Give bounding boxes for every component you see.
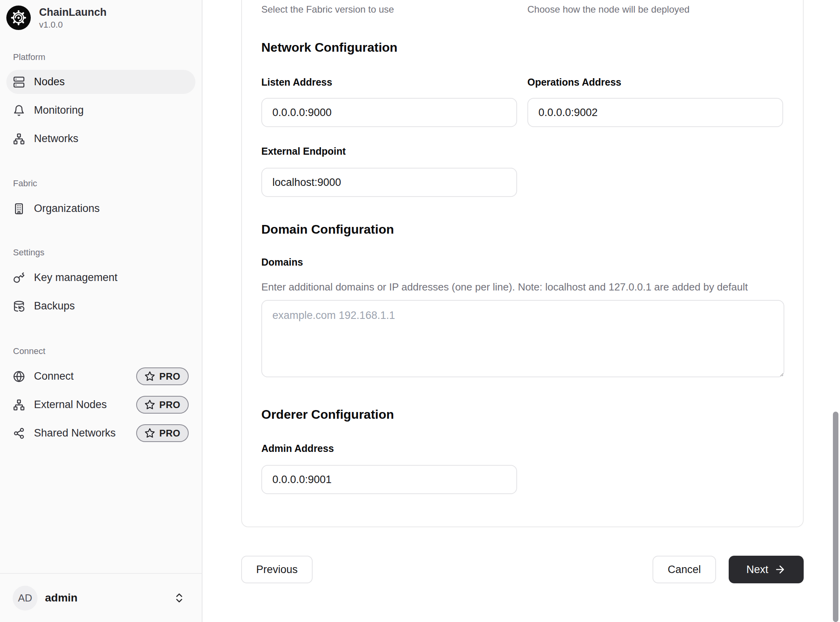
- chevrons-up-down-icon: [173, 592, 185, 604]
- app-brand: ChainLaunch v1.0.0: [6, 6, 195, 30]
- sidebar-item-key-management[interactable]: Key management: [6, 266, 195, 290]
- sidebar-item-external-nodes[interactable]: External Nodes PRO: [6, 393, 195, 417]
- pro-badge-label: PRO: [159, 371, 180, 382]
- network-icon: [13, 133, 25, 145]
- sidebar-item-label: Connect: [34, 370, 74, 382]
- sidebar-item-label: Shared Networks: [34, 427, 116, 439]
- sidebar-section-settings: Settings Key management: [6, 247, 195, 318]
- sidebar-item-networks[interactable]: Networks: [6, 127, 195, 151]
- star-icon: [144, 428, 155, 438]
- network-icon: [13, 399, 25, 411]
- sidebar-item-label: Key management: [34, 272, 118, 284]
- next-button[interactable]: Next: [729, 556, 804, 583]
- external-endpoint-input[interactable]: [261, 168, 517, 197]
- section-label: Fabric: [6, 178, 195, 189]
- sidebar-item-label: Nodes: [34, 76, 65, 88]
- listen-address-label: Listen Address: [261, 77, 517, 88]
- main-content: Select the Fabric version to use Choose …: [202, 0, 840, 622]
- app-title: ChainLaunch: [39, 6, 107, 19]
- section-label: Settings: [6, 247, 195, 258]
- sidebar-section-connect: Connect Connect PRO: [6, 346, 195, 445]
- sidebar: ChainLaunch v1.0.0 Platform Nodes: [0, 0, 202, 622]
- globe-icon: [13, 371, 25, 382]
- scrollbar-thumb[interactable]: [833, 412, 838, 622]
- admin-address-label: Admin Address: [261, 443, 784, 454]
- chainlaunch-logo-icon: [6, 6, 31, 30]
- user-menu[interactable]: AD admin: [0, 573, 202, 622]
- domains-description: Enter additional domains or IP addresses…: [261, 279, 772, 295]
- pro-badge-label: PRO: [159, 428, 180, 439]
- network-configuration-heading: Network Configuration: [261, 40, 784, 54]
- sidebar-item-label: External Nodes: [34, 399, 107, 411]
- sidebar-section-platform: Platform Nodes Monitoring: [6, 52, 195, 151]
- arrow-right-icon: [774, 564, 786, 575]
- server-icon: [13, 76, 25, 88]
- previous-button[interactable]: Previous: [241, 556, 313, 583]
- star-icon: [144, 371, 155, 382]
- cancel-button[interactable]: Cancel: [652, 556, 716, 583]
- address-labels-row: Listen Address Operations Address: [261, 77, 784, 88]
- sidebar-item-organizations[interactable]: Organizations: [6, 197, 195, 221]
- sidebar-section-fabric: Fabric Organizations: [6, 178, 195, 221]
- share-icon: [13, 427, 25, 439]
- field-hints-row: Select the Fabric version to use Choose …: [261, 4, 784, 15]
- pro-badge: PRO: [136, 424, 189, 442]
- sidebar-item-nodes[interactable]: Nodes: [6, 70, 195, 94]
- next-button-label: Next: [746, 564, 769, 576]
- sidebar-item-label: Backups: [34, 300, 75, 312]
- sidebar-item-label: Organizations: [34, 202, 100, 215]
- operations-address-input[interactable]: [527, 98, 783, 127]
- domains-label: Domains: [261, 257, 784, 268]
- listen-address-input[interactable]: [261, 98, 517, 127]
- domains-textarea[interactable]: [261, 300, 784, 377]
- pro-badge: PRO: [136, 367, 189, 385]
- app-version: v1.0.0: [39, 19, 107, 30]
- avatar: AD: [13, 586, 38, 611]
- admin-address-input[interactable]: [261, 465, 517, 494]
- database-backup-icon: [13, 300, 25, 312]
- pro-badge: PRO: [136, 396, 189, 414]
- pro-badge-label: PRO: [159, 399, 180, 410]
- sidebar-item-backups[interactable]: Backups: [6, 294, 195, 318]
- wizard-actions: Previous Cancel Next: [241, 556, 804, 583]
- user-name: admin: [45, 592, 77, 604]
- sidebar-item-monitoring[interactable]: Monitoring: [6, 98, 195, 122]
- avatar-initials: AD: [18, 592, 32, 604]
- bell-icon: [13, 105, 25, 116]
- section-label: Connect: [6, 346, 195, 356]
- key-icon: [13, 272, 25, 284]
- brand-text: ChainLaunch v1.0.0: [39, 6, 107, 30]
- fabric-version-hint: Select the Fabric version to use: [261, 4, 517, 15]
- star-icon: [144, 399, 155, 410]
- address-inputs-row: [261, 98, 784, 127]
- domain-configuration-heading: Domain Configuration: [261, 222, 784, 236]
- sidebar-item-shared-networks[interactable]: Shared Networks PRO: [6, 421, 195, 445]
- external-endpoint-label: External Endpoint: [261, 146, 784, 157]
- sidebar-item-label: Monitoring: [34, 104, 84, 116]
- building-icon: [13, 203, 25, 215]
- node-config-card: Select the Fabric version to use Choose …: [241, 0, 804, 527]
- deployment-mode-hint: Choose how the node will be deployed: [527, 4, 783, 15]
- operations-address-label: Operations Address: [527, 77, 783, 88]
- section-label: Platform: [6, 52, 195, 62]
- sidebar-item-connect[interactable]: Connect PRO: [6, 364, 195, 388]
- sidebar-item-label: Networks: [34, 133, 79, 145]
- orderer-configuration-heading: Orderer Configuration: [261, 407, 784, 422]
